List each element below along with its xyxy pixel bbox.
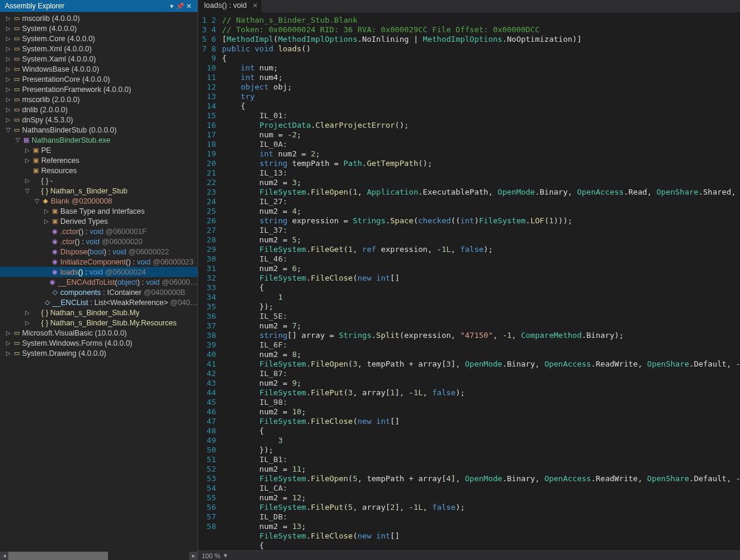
expand-arrow-icon[interactable]: ▷ <box>24 147 31 153</box>
tree-row[interactable]: ▽◆Blank @02000008 <box>0 196 198 206</box>
panel-dropdown-icon[interactable]: ▾ <box>168 2 176 10</box>
expand-arrow-icon[interactable]: ▷ <box>5 116 12 123</box>
tree-row[interactable]: ▷▣PE <box>0 145 198 155</box>
scroll-right-icon[interactable]: ▸ <box>189 552 198 560</box>
expand-arrow-icon[interactable]: ▷ <box>5 96 12 103</box>
tab-close-icon[interactable]: ✕ <box>252 2 258 10</box>
tree-row[interactable]: ▷▭System.Xml (4.0.0.0) <box>0 44 198 54</box>
expand-arrow-icon[interactable]: ▽ <box>24 187 31 194</box>
tree-row[interactable]: ▣Resources <box>0 165 198 176</box>
expand-arrow-icon[interactable]: ▷ <box>43 218 50 224</box>
assembly-tree[interactable]: ▷▭mscorlib (4.0.0.0)▷▭System (4.0.0.0)▷▭… <box>0 12 198 552</box>
tree-row[interactable]: ◇__ENCList : List<WeakReference> @040… <box>0 297 198 307</box>
expand-arrow-icon[interactable]: ▷ <box>5 330 12 336</box>
expand-arrow-icon[interactable]: ▷ <box>5 15 12 21</box>
code-editor: loads() : void ✕ 1 2 3 4 5 6 7 8 9 10 11… <box>198 0 740 560</box>
expand-arrow-icon[interactable]: ▽ <box>33 198 41 204</box>
tree-row[interactable]: ▷{ } Nathan_s_Binder_Stub.My <box>0 307 198 318</box>
tree-row[interactable]: ▽▦NathansBinderStub.exe <box>0 135 198 145</box>
expand-arrow-icon[interactable]: ▷ <box>5 106 12 113</box>
assembly-explorer-panel: Assembly Explorer ▾ 📌 ✕ ▷▭mscorlib (4.0.… <box>0 0 198 560</box>
tree-row[interactable]: ◉.ctor() : void @06000020 <box>0 236 198 247</box>
panel-hscrollbar[interactable]: ◂ ▸ <box>0 552 198 560</box>
tree-row[interactable]: ▷▭Microsoft.VisualBasic (10.0.0.0) <box>0 328 198 338</box>
zoom-dropdown-icon[interactable]: ▾ <box>224 552 227 559</box>
expand-arrow-icon[interactable]: ▷ <box>5 86 12 93</box>
tree-row[interactable]: ▷{ } Nathan_s_Binder_Stub.My.Resources <box>0 318 198 328</box>
tree-row[interactable]: ◉Dispose(bool) : void @06000022 <box>0 247 198 257</box>
tree-row[interactable]: ◇components : IContainer @0400000B <box>0 287 198 297</box>
expand-arrow-icon[interactable]: ▷ <box>5 35 12 42</box>
tree-row[interactable]: ▷{ } - <box>0 176 198 186</box>
expand-arrow-icon[interactable]: ▽ <box>5 127 12 133</box>
code-area[interactable]: // Nathan_s_Binder_Stub.Blank // Token: … <box>222 13 740 550</box>
expand-arrow-icon[interactable]: ▷ <box>5 350 12 356</box>
tree-row[interactable]: ▷▭PresentationCore (4.0.0.0) <box>0 74 198 84</box>
tree-row[interactable]: ◉InitializeComponent() : void @06000023 <box>0 257 198 267</box>
line-number-gutter: 1 2 3 4 5 6 7 8 9 10 11 12 13 14 15 16 1… <box>198 13 222 550</box>
tree-row[interactable]: ◉.cctor() : void @0600001F <box>0 226 198 236</box>
expand-arrow-icon[interactable]: ▷ <box>24 309 31 316</box>
editor-tab[interactable]: loads() : void ✕ <box>198 0 262 13</box>
expand-arrow-icon[interactable]: ▷ <box>5 340 12 346</box>
tree-row[interactable]: ▷▭System.Xaml (4.0.0.0) <box>0 54 198 64</box>
panel-title-text: Assembly Explorer <box>5 2 168 10</box>
tree-row[interactable]: ▷▣Derived Types <box>0 216 198 226</box>
scroll-left-icon[interactable]: ◂ <box>0 552 8 560</box>
expand-arrow-icon[interactable]: ▷ <box>24 177 31 184</box>
tab-label: loads() : void <box>204 1 247 10</box>
panel-pin-icon[interactable]: 📌 <box>176 2 184 10</box>
panel-close-icon[interactable]: ✕ <box>184 2 193 10</box>
scroll-thumb[interactable] <box>8 552 108 560</box>
expand-arrow-icon[interactable]: ▷ <box>24 157 31 164</box>
tree-row[interactable]: ▷▣Base Type and Interfaces <box>0 206 198 216</box>
zoom-level[interactable]: 100 % <box>202 552 220 559</box>
tree-row[interactable]: ▽{ } Nathan_s_Binder_Stub <box>0 186 198 196</box>
tree-row[interactable]: ▷▣References <box>0 155 198 165</box>
expand-arrow-icon[interactable]: ▷ <box>5 45 12 52</box>
expand-arrow-icon[interactable]: ▽ <box>14 137 21 143</box>
editor-statusbar: 100 % ▾ <box>198 550 740 560</box>
tree-row[interactable]: ▷▭dnlib (2.0.0.0) <box>0 104 198 115</box>
tree-row[interactable]: ◉loads() : void @06000024 <box>0 267 198 277</box>
tree-row[interactable]: ▷▭WindowsBase (4.0.0.0) <box>0 64 198 74</box>
tree-row[interactable]: ▷▭dnSpy (4.5.3.0) <box>0 115 198 125</box>
expand-arrow-icon[interactable]: ▷ <box>43 208 50 214</box>
tree-row[interactable]: ▽▭NathansBinderStub (0.0.0.0) <box>0 125 198 135</box>
scroll-track[interactable] <box>8 552 189 560</box>
tree-row[interactable]: ▷▭System (4.0.0.0) <box>0 23 198 33</box>
tree-row[interactable]: ▷▭mscorlib (2.0.0.0) <box>0 94 198 104</box>
editor-tabbar: loads() : void ✕ <box>198 0 740 13</box>
expand-arrow-icon[interactable]: ▷ <box>24 319 31 326</box>
panel-titlebar: Assembly Explorer ▾ 📌 ✕ <box>0 0 198 12</box>
tree-row[interactable]: ◉__ENCAddToList(object) : void @06000… <box>0 277 198 287</box>
tree-row[interactable]: ▷▭System.Windows.Forms (4.0.0.0) <box>0 338 198 348</box>
expand-arrow-icon[interactable]: ▷ <box>5 25 12 32</box>
tree-row[interactable]: ▷▭System.Core (4.0.0.0) <box>0 33 198 44</box>
tree-row[interactable]: ▷▭mscorlib (4.0.0.0) <box>0 13 198 23</box>
tree-row[interactable]: ▷▭PresentationFramework (4.0.0.0) <box>0 84 198 94</box>
tree-row[interactable]: ▷▭System.Drawing (4.0.0.0) <box>0 348 198 358</box>
expand-arrow-icon[interactable]: ▷ <box>5 76 12 82</box>
expand-arrow-icon[interactable]: ▷ <box>5 66 12 72</box>
expand-arrow-icon[interactable]: ▷ <box>5 56 12 62</box>
